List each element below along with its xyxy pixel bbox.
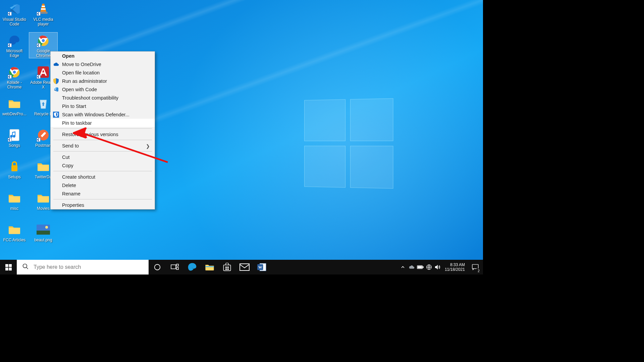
svg-text:W: W xyxy=(258,265,262,269)
desktop-icon-lock-folder[interactable]: Setups xyxy=(0,158,29,180)
ctx-rename[interactable]: Rename xyxy=(51,189,155,198)
ctx-copy[interactable]: Copy xyxy=(51,161,155,170)
notification-count-badge: 2 xyxy=(476,268,481,273)
ctx-item-label: Send to xyxy=(62,143,79,148)
ctx-create-shortcut[interactable]: Create shortcut xyxy=(51,173,155,181)
search-icon xyxy=(22,263,29,271)
desktop-icon-label: FCC Articles xyxy=(1,238,28,242)
ctx-move-onedrive[interactable]: Move to OneDrive xyxy=(51,60,155,68)
svg-rect-11 xyxy=(38,66,49,78)
ctx-item-label: Open with Code xyxy=(62,87,97,92)
ctx-separator xyxy=(53,171,152,171)
taskbar-app-word[interactable]: W xyxy=(253,260,271,275)
desktop-icon-label: beaut.png xyxy=(30,238,57,242)
svg-rect-4 xyxy=(11,165,17,171)
taskbar-clock[interactable]: 8:33 AM 11/18/2021 xyxy=(442,262,468,272)
cortana-button[interactable] xyxy=(149,260,166,275)
ctx-item-label: Run as administrator xyxy=(62,78,107,84)
ctx-separator xyxy=(53,151,152,152)
ctx-open-with-code[interactable]: Open with Code xyxy=(51,85,155,94)
svg-line-23 xyxy=(26,267,28,269)
desktop-icon-vscode[interactable]: Visual Studio Code xyxy=(0,1,29,27)
tray-battery-icon[interactable] xyxy=(416,260,425,275)
ctx-pin-start[interactable]: Pin to Start xyxy=(51,102,155,110)
taskbar-app-store[interactable] xyxy=(218,260,236,275)
svg-rect-14 xyxy=(37,231,50,235)
desktop-icon-chrome-profile[interactable]: Kolade - Chrome xyxy=(0,64,29,90)
taskbar-app-edge[interactable] xyxy=(183,260,201,275)
taskbar: W 8:33 AM 11/18/2021 2 xyxy=(0,260,483,275)
taskbar-search[interactable] xyxy=(17,260,149,275)
svg-rect-21 xyxy=(9,267,12,270)
svg-rect-33 xyxy=(227,268,229,270)
desktop-icon-image[interactable]: beaut.png xyxy=(29,221,58,243)
system-tray: 8:33 AM 11/18/2021 2 xyxy=(398,260,483,275)
svg-rect-18 xyxy=(5,264,8,267)
onedrive-icon xyxy=(53,61,59,67)
svg-rect-31 xyxy=(227,266,229,268)
taskbar-app-mail[interactable] xyxy=(236,260,253,275)
ctx-troubleshoot[interactable]: Troubleshoot compatibility xyxy=(51,94,155,102)
ctx-cut[interactable]: Cut xyxy=(51,153,155,161)
ctx-item-label: Pin to taskbar xyxy=(62,120,92,126)
tray-overflow-icon[interactable] xyxy=(398,260,407,275)
ctx-separator xyxy=(53,140,152,140)
desktop[interactable]: Visual Studio Code Microsoft Edge Kolade… xyxy=(0,0,483,275)
ctx-item-label: Restore previous versions xyxy=(62,132,118,137)
ctx-item-label: Open xyxy=(62,53,74,59)
svg-rect-6 xyxy=(41,8,46,10)
desktop-icon-label: Microsoft Edge xyxy=(1,49,28,58)
desktop-icon-folder[interactable]: FCC Articles xyxy=(0,221,29,243)
shield-icon xyxy=(53,78,59,84)
ctx-open-file-location[interactable]: Open file location xyxy=(51,68,155,77)
ctx-run-admin[interactable]: Run as administrator xyxy=(51,77,155,85)
ctx-item-label: Scan with Windows Defender... xyxy=(62,112,129,117)
desktop-icon-label: webDevPro... xyxy=(1,112,28,116)
ctx-scan-defender[interactable]: Scan with Windows Defender... xyxy=(51,110,155,119)
desktop-icon-edge[interactable]: Microsoft Edge xyxy=(0,32,29,58)
ctx-item-label: Cut xyxy=(62,155,70,160)
vscode-icon xyxy=(53,86,59,93)
desktop-icon-folder[interactable]: webDevPro... xyxy=(0,95,29,117)
svg-rect-28 xyxy=(205,266,214,267)
svg-rect-38 xyxy=(423,266,423,268)
svg-rect-19 xyxy=(9,264,12,267)
svg-point-24 xyxy=(155,264,160,270)
ctx-item-label: Move to OneDrive xyxy=(62,62,101,67)
taskbar-app-explorer[interactable] xyxy=(201,260,218,275)
ctx-properties[interactable]: Properties xyxy=(51,201,155,209)
ctx-item-label: Open file location xyxy=(62,70,100,75)
tray-volume-icon[interactable] xyxy=(433,260,442,275)
tray-network-icon[interactable] xyxy=(425,260,433,275)
svg-rect-25 xyxy=(171,265,176,269)
ctx-item-label: Create shortcut xyxy=(62,174,95,180)
svg-rect-20 xyxy=(5,267,8,270)
ctx-send-to[interactable]: Send to❯ xyxy=(51,141,155,150)
desktop-icon-label: Setups xyxy=(1,175,28,179)
desktop-icon-label: Kolade - Chrome xyxy=(1,80,28,89)
svg-rect-41 xyxy=(472,264,478,269)
svg-rect-32 xyxy=(225,268,227,270)
svg-rect-29 xyxy=(223,265,230,271)
svg-point-22 xyxy=(23,264,27,268)
desktop-icon-vlc[interactable]: VLC media player xyxy=(29,1,58,27)
desktop-icon-music-file[interactable]: Songs xyxy=(0,127,29,148)
ctx-open[interactable]: Open xyxy=(51,52,155,60)
ctx-pin-taskbar[interactable]: Pin to taskbar xyxy=(51,119,155,127)
ctx-item-label: Pin to Start xyxy=(62,104,86,109)
task-view-button[interactable] xyxy=(166,260,183,275)
tray-onedrive-icon[interactable] xyxy=(407,260,416,275)
ctx-item-label: Delete xyxy=(62,183,76,188)
ctx-delete[interactable]: Delete xyxy=(51,181,155,189)
action-center-button[interactable]: 2 xyxy=(468,260,483,275)
svg-rect-39 xyxy=(418,266,422,268)
clock-date: 11/18/2021 xyxy=(445,267,465,272)
search-input[interactable] xyxy=(33,264,149,270)
ctx-restore-versions[interactable]: Restore previous versions xyxy=(51,130,155,138)
start-button[interactable] xyxy=(0,260,17,275)
ctx-item-label: Copy xyxy=(62,163,73,168)
ctx-item-label: Properties xyxy=(62,202,84,208)
ctx-item-label: Rename xyxy=(62,191,80,196)
desktop-icon-label: misc xyxy=(1,206,28,211)
desktop-icon-folder[interactable]: misc xyxy=(0,190,29,211)
